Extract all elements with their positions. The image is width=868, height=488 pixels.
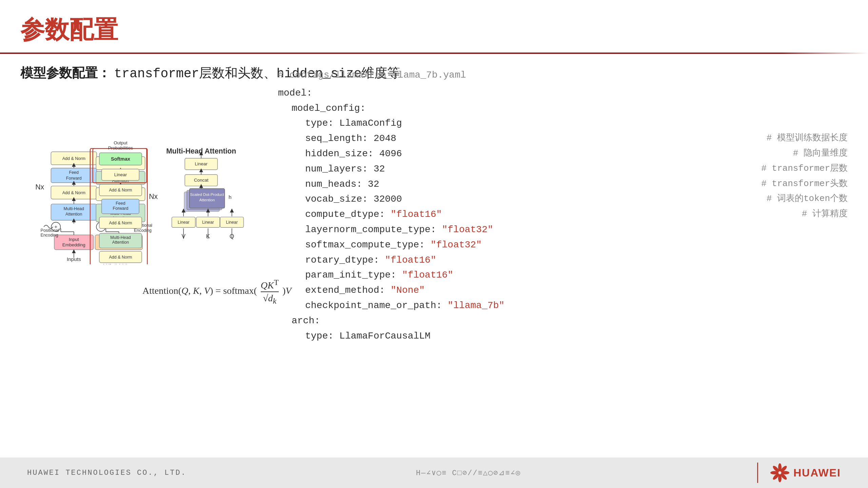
svg-text:Add & Norm: Add & Norm: [109, 188, 132, 192]
svg-text:Output: Output: [114, 140, 127, 145]
svg-text:Linear: Linear: [202, 220, 214, 225]
svg-text:Feed: Feed: [69, 170, 79, 175]
svg-text:Add & Norm: Add & Norm: [62, 190, 85, 195]
nx-label-left: Nx: [35, 183, 44, 191]
code-line-param: param_init_type: "float16": [278, 268, 848, 283]
page-title: 参数配置: [20, 14, 118, 46]
svg-text:h: h: [229, 194, 232, 200]
code-line-extend: extend_method: "None": [278, 283, 848, 298]
svg-text:Scaled Dot-Product: Scaled Dot-Product: [190, 192, 224, 197]
code-line-compute-dtype: compute_dtype: "float16" # 计算精度: [278, 207, 848, 222]
code-line-type: type: LlamaConfig: [278, 116, 848, 131]
footer-right: HUAWEI: [750, 463, 841, 483]
code-block: # configs/llama/run_llama_7b.yaml model:…: [278, 68, 848, 344]
code-line-layernorm: layernorm_compute_type: "float32": [278, 222, 848, 238]
svg-text:Nx: Nx: [149, 192, 158, 200]
code-line-checkpoint: checkpoint_name_or_path: "llama_7b": [278, 298, 848, 313]
svg-text:Attention: Attention: [199, 198, 215, 202]
footer: HUAWEI TECHNOLOGIES CO., LTD. H—∠∨◯≡ C□⊘…: [0, 458, 868, 488]
svg-text:Concat: Concat: [194, 178, 209, 183]
svg-text:Input: Input: [69, 237, 79, 242]
code-line-seq: seq_length: 2048 # 模型训练数据长度: [278, 131, 848, 146]
svg-text:Positional: Positional: [41, 228, 59, 233]
svg-text:Attention: Attention: [65, 212, 82, 217]
attention-formula: Attention(Q, K, V) = softmax( QKT √dk )V: [142, 278, 291, 306]
svg-text:Softmax: Softmax: [111, 156, 130, 162]
diagram-svg: Nx Input Embedding Inputs + Positional E…: [14, 88, 271, 264]
footer-divider: [757, 463, 758, 483]
subtitle-bold: 模型参数配置：: [20, 66, 111, 80]
svg-text:(shifted right): (shifted right): [103, 263, 127, 264]
footer-center: H—∠∨◯≡ C□⊘//≡△◯⊘⊿≡∠◎: [416, 468, 521, 477]
huawei-flower-icon: [770, 463, 789, 482]
code-line-heads: num_heads: 32 # transformer头数: [278, 177, 848, 192]
svg-text:Multi-Head: Multi-Head: [110, 235, 131, 240]
svg-text:Attention: Attention: [112, 240, 129, 245]
huawei-name: HUAWEI: [793, 467, 841, 479]
code-line-model-config: model_config:: [278, 101, 848, 116]
svg-text:Feed: Feed: [116, 201, 125, 206]
footer-company: HUAWEI TECHNOLOGIES CO., LTD.: [27, 469, 186, 477]
code-line-arch: arch:: [278, 313, 848, 329]
header-divider: [0, 53, 868, 54]
code-line-layers: num_layers: 32 # transformer层数: [278, 162, 848, 177]
code-line-arch-type: type: LlamaForCausalLM: [278, 329, 848, 344]
svg-text:Add & Norm: Add & Norm: [109, 255, 132, 260]
svg-text:Linear: Linear: [195, 161, 208, 166]
code-line-softmax: softmax_compute_type: "float32": [278, 238, 848, 253]
code-line-vocab: vocab_size: 32000 # 词表的token个数: [278, 192, 848, 207]
svg-text:Probabilities: Probabilities: [108, 145, 133, 150]
huawei-logo: HUAWEI: [770, 463, 841, 482]
svg-text:Add & Norm: Add & Norm: [109, 221, 132, 225]
code-line-model: model:: [278, 86, 848, 101]
svg-text:Multi-Head: Multi-Head: [64, 206, 84, 211]
transformer-diagram: Nx Input Embedding Inputs + Positional E…: [14, 88, 268, 264]
svg-text:Add & Norm: Add & Norm: [62, 156, 85, 161]
svg-text:Embedding: Embedding: [62, 242, 85, 247]
code-comment: # configs/llama/run_llama_7b.yaml: [278, 68, 848, 83]
svg-text:Encoding: Encoding: [134, 228, 152, 233]
svg-text:Linear: Linear: [114, 172, 127, 177]
svg-text:Forward: Forward: [113, 206, 129, 211]
svg-text:Linear: Linear: [226, 220, 238, 225]
svg-text:Encoding: Encoding: [41, 233, 58, 238]
code-line-hidden: hidden_size: 4096 # 隐向量维度: [278, 146, 848, 162]
code-line-rotary: rotary_dtype: "float16": [278, 253, 848, 268]
svg-text:Linear: Linear: [178, 220, 190, 225]
svg-text:Forward: Forward: [66, 176, 82, 181]
